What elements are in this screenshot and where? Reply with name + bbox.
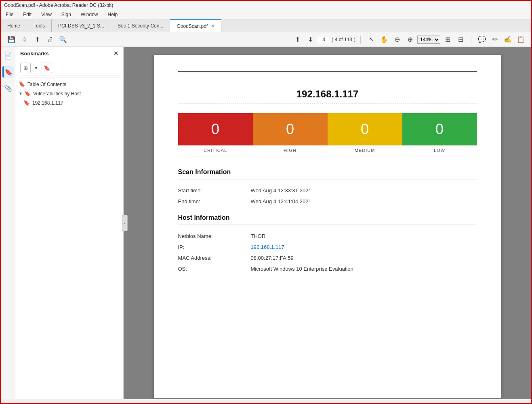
page-info: ( 4 of 113 ): [318, 36, 355, 43]
scan-start-label: Start time:: [178, 187, 251, 194]
search-button[interactable]: 🔍: [57, 34, 69, 45]
menu-view[interactable]: View: [40, 11, 53, 18]
toolbar-nav-group: ⬆ ⬇ ( 4 of 113 ): [292, 34, 355, 45]
os-value: Microsoft Windows 10 Enterprise Evaluati…: [251, 266, 353, 272]
menu-help[interactable]: Help: [106, 11, 120, 18]
menu-file[interactable]: File: [4, 11, 15, 18]
page-label: 4 of 113: [335, 37, 352, 42]
host-info-row-2: MAC Address: 08:00:27:17:FA:59: [178, 255, 477, 261]
os-label: OS:: [178, 266, 251, 272]
host-info-row-1: IP: 192.168.1.117: [178, 244, 477, 250]
sidebar-ip-label: 192.168.1.117: [32, 100, 63, 106]
toolbar-left-group: 💾 ☆ ⬆ 🖨 🔍: [6, 34, 69, 45]
more-tools-button[interactable]: 📋: [515, 34, 526, 45]
save-button[interactable]: 💾: [6, 34, 17, 45]
sidebar-item-vuln-host[interactable]: ▼ 🔖 Vulnerabilities by Host: [15, 89, 123, 98]
toolbar-cursor-group: ↖ ✋ ⊖ ⊕ 144% 100% 75% 150% ⊞ ⊟: [366, 34, 466, 45]
ip-label: IP:: [178, 244, 251, 250]
sidebar-bookmark-icon[interactable]: 🔖: [42, 63, 52, 73]
main-area: 📄 🔖 📎 Bookmarks ✕ ⊞ ▼ 🔖 🔖 Table Of Conte…: [1, 47, 531, 399]
print-button[interactable]: 🖨: [44, 34, 56, 45]
critical-count: 0: [211, 121, 219, 138]
scan-info-row-1: End time: Wed Aug 4 12:41:04 2021: [178, 198, 477, 204]
medium-label: MEDIUM: [328, 145, 402, 153]
bookmark-icon-toc: 🔖: [19, 81, 25, 87]
window-title: GoodScan.pdf - Adobe Acrobat Reader DC (…: [4, 2, 113, 8]
vuln-host-toggle[interactable]: ▼: [19, 91, 23, 96]
host-info-row-0: Netbios Name: THOR: [178, 233, 477, 239]
medium-count: 0: [361, 121, 369, 138]
low-label: LOW: [402, 145, 477, 153]
mac-value: 08:00:27:17:FA:59: [251, 255, 294, 261]
critical-bar: 0: [178, 113, 253, 145]
tab-sec1[interactable]: Sec-1 Security Con...: [111, 19, 170, 32]
host-ip-title: 192.168.1.117: [178, 88, 477, 103]
pdf-top-line: [178, 71, 477, 72]
bookmark-icon-ip: 🔖: [23, 100, 30, 106]
ip-value: 192.168.1.117: [251, 244, 284, 250]
toolbar-separator-2: [471, 36, 471, 44]
left-icon-bookmarks[interactable]: 🔖: [2, 66, 14, 78]
prev-page-button[interactable]: ⬆: [292, 34, 303, 45]
sidebar-collapse-handle[interactable]: ‹: [122, 215, 128, 231]
sidebar-vuln-label: Vulnerabilities by Host: [33, 91, 81, 97]
sidebar-dropdown-arrow[interactable]: ▼: [34, 65, 38, 70]
menu-window[interactable]: Window: [79, 11, 100, 18]
content-area[interactable]: 192.168.1.117 0 0 0 0 CRITICAL HIGH: [124, 47, 531, 399]
bookmark-icon-vuln: 🔖: [24, 90, 31, 97]
fit-page-button[interactable]: ⊞: [442, 34, 453, 45]
page-paren-close: ): [354, 37, 355, 42]
sidebar-title: Bookmarks: [20, 50, 49, 57]
scan-start-value: Wed Aug 4 12:33:31 2021: [251, 187, 311, 194]
scan-info-divider: [178, 179, 477, 179]
fit-width-button[interactable]: ⊟: [455, 34, 466, 45]
critical-label: CRITICAL: [178, 145, 253, 153]
cursor-tool-button[interactable]: ↖: [366, 34, 377, 45]
title-bar: GoodScan.pdf - Adobe Acrobat Reader DC (…: [1, 1, 531, 10]
tab-goodscan[interactable]: GoodScan.pdf ✕: [170, 19, 221, 32]
sidebar-item-toc[interactable]: 🔖 Table Of Contents: [15, 80, 123, 89]
high-bar: 0: [253, 113, 328, 145]
page-total-label: (: [332, 37, 333, 42]
sidebar-header: Bookmarks ✕: [15, 47, 123, 60]
host-info-row-3: OS: Microsoft Windows 10 Enterprise Eval…: [178, 266, 477, 272]
zoom-in-button[interactable]: ⊕: [404, 34, 416, 45]
sidebar-close-icon[interactable]: ✕: [114, 50, 118, 57]
sidebar-divider: [19, 78, 120, 78]
host-info-title: Host Information: [178, 214, 477, 221]
menu-bar: File Edit View Sign Window Help: [1, 10, 531, 19]
sidebar: Bookmarks ✕ ⊞ ▼ 🔖 🔖 Table Of Contents ▼ …: [15, 47, 124, 399]
next-page-button[interactable]: ⬇: [305, 34, 316, 45]
scan-info-section: Scan Information Start time: Wed Aug 4 1…: [178, 168, 477, 204]
bookmark-button[interactable]: ☆: [19, 34, 30, 45]
zoom-out-button[interactable]: ⊖: [391, 34, 403, 45]
comment-button[interactable]: 💬: [476, 34, 488, 45]
left-icon-attachments[interactable]: 📎: [2, 82, 14, 94]
upload-button[interactable]: ⬆: [32, 34, 43, 45]
scan-end-value: Wed Aug 4 12:41:04 2021: [251, 198, 311, 204]
sign-button[interactable]: ✍: [502, 34, 513, 45]
tab-close-icon[interactable]: ✕: [211, 23, 214, 29]
hand-tool-button[interactable]: ✋: [378, 34, 390, 45]
menu-edit[interactable]: Edit: [21, 11, 33, 18]
zoom-select[interactable]: 144% 100% 75% 150%: [417, 36, 440, 44]
scan-info-title: Scan Information: [178, 168, 477, 176]
toolbar: 💾 ☆ ⬆ 🖨 🔍 ⬆ ⬇ ( 4 of 113 ) ↖ ✋ ⊖ ⊕ 144% …: [1, 32, 531, 47]
netbios-value: THOR: [251, 233, 266, 239]
sidebar-container: Bookmarks ✕ ⊞ ▼ 🔖 🔖 Table Of Contents ▼ …: [15, 47, 124, 399]
mac-label: MAC Address:: [178, 255, 251, 261]
page-input[interactable]: [318, 36, 330, 43]
tab-pci[interactable]: PCI-DSS-v3_2_1-S...: [52, 19, 111, 32]
sidebar-item-ip[interactable]: 🔖 192.168.1.117: [15, 98, 123, 107]
menu-sign[interactable]: Sign: [60, 11, 73, 18]
sidebar-toc-label: Table Of Contents: [27, 82, 66, 87]
sidebar-grid-icon[interactable]: ⊞: [20, 63, 31, 73]
tab-tools[interactable]: Tools: [27, 19, 52, 32]
scan-end-label: End time:: [178, 198, 251, 204]
tab-home[interactable]: Home: [1, 19, 27, 32]
pdf-page: 192.168.1.117 0 0 0 0 CRITICAL HIGH: [154, 55, 501, 398]
edit-button[interactable]: ✏: [489, 34, 500, 45]
left-icon-pages[interactable]: 📄: [2, 50, 14, 61]
medium-bar: 0: [328, 113, 402, 145]
sidebar-icon-row: ⊞ ▼ 🔖: [15, 60, 123, 76]
